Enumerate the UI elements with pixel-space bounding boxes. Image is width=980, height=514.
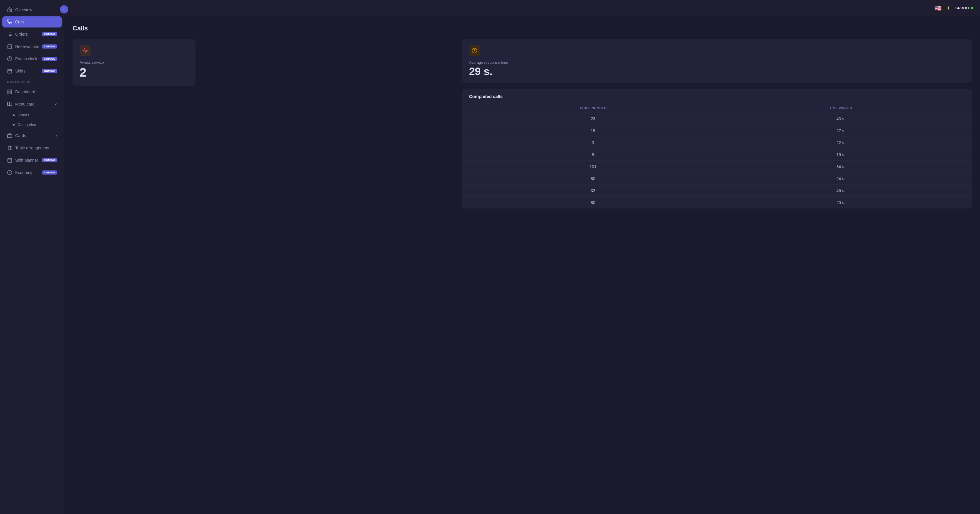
orders-coming-badge: COMING (42, 32, 57, 36)
timer-icon (472, 48, 477, 54)
sidebar-calls-label: Calls (15, 20, 24, 24)
avg-icon-wrapper (469, 45, 480, 56)
reservations-coming-badge: COMING (42, 44, 57, 49)
sidebar-item-economy[interactable]: Economy COMING (2, 167, 62, 178)
awaits-icon-wrapper (80, 45, 91, 56)
table-row: 3 22 s. (462, 137, 972, 149)
main-area: 🇺🇸 ☀ SPROD Calls Awaits service 2 (64, 0, 980, 514)
user-name: SPROD (955, 6, 969, 10)
table-row: 5 19 s. (462, 149, 972, 161)
svg-rect-15 (8, 90, 9, 91)
sidebar-cards-label: Cards (15, 133, 26, 138)
sidebar-shifts-label: Shifts (15, 69, 25, 73)
cell-time-waited: 34 s. (717, 164, 965, 169)
shifts-coming-badge: COMING (42, 69, 57, 73)
dishes-dot (13, 114, 14, 116)
economy-coming-badge: COMING (42, 170, 57, 175)
reservations-icon (7, 44, 12, 49)
svg-rect-25 (8, 159, 12, 163)
sidebar-reservations-label: Reservations (15, 44, 39, 49)
table-row: 32 45 s. (462, 185, 972, 197)
management-label: MANAGEMENT (0, 77, 64, 86)
cell-time-waited: 27 s. (717, 128, 965, 133)
sidebar-item-menu-card[interactable]: Menu card ∨ (2, 98, 62, 109)
menu-card-icon (7, 102, 12, 107)
punch-coming-badge: COMING (42, 57, 57, 61)
sidebar-punch-label: Punch clock (15, 56, 37, 61)
topbar: 🇺🇸 ☀ SPROD (64, 0, 980, 16)
dashboard-icon (7, 89, 12, 94)
economy-icon (7, 170, 12, 175)
table-arrangement-icon (7, 145, 12, 151)
cell-table-number: 3 (469, 140, 717, 145)
shift-planner-icon (7, 158, 12, 163)
sidebar-economy-label: Economy (15, 170, 32, 175)
user-badge: SPROD (955, 6, 973, 10)
awaits-service-card: Awaits service 2 (73, 39, 196, 86)
sidebar-item-dishes[interactable]: Dishes (2, 111, 62, 120)
completed-calls-card: Completed calls TABLE NUMBER TIME WAITED… (462, 89, 972, 208)
svg-rect-16 (10, 90, 12, 91)
sidebar-toggle[interactable]: ‹ (60, 5, 68, 13)
awaits-label: Awaits service (80, 60, 188, 65)
cards-chevron: › (56, 133, 57, 138)
page-title: Calls (73, 25, 972, 32)
flag-icon: 🇺🇸 (934, 6, 941, 11)
cell-table-number: 19 (469, 128, 717, 133)
sidebar-shift-planner-label: Shift planner (15, 158, 38, 163)
sidebar-item-orders[interactable]: Orders COMING (2, 29, 62, 40)
avg-response-card: Average response time 29 s. (462, 39, 972, 83)
table-row: 80 24 s. (462, 173, 972, 185)
page-content: Calls Awaits service 2 (64, 16, 980, 514)
calls-icon (7, 19, 12, 25)
sidebar-item-overview[interactable]: Overview (2, 4, 62, 15)
theme-toggle-icon[interactable]: ☀ (946, 5, 951, 11)
categories-label: Categories (18, 122, 36, 127)
shift-planner-coming-badge: COMING (42, 158, 57, 162)
sidebar-menu-card-label: Menu card (15, 102, 35, 106)
svg-rect-6 (8, 45, 12, 49)
sidebar-dashboard-label: Dashboard (15, 89, 35, 94)
table-row: 101 34 s. (462, 161, 972, 173)
completed-calls-title: Completed calls (462, 89, 972, 103)
sidebar-item-table-arrangement[interactable]: Table arrangement (2, 143, 62, 154)
cell-time-waited: 45 s. (717, 188, 965, 193)
sidebar-orders-label: Orders (15, 32, 28, 36)
dishes-label: Dishes (18, 113, 29, 117)
sidebar-item-cards[interactable]: Cards › (2, 130, 62, 141)
col-time-waited: TIME WAITED (717, 106, 965, 109)
categories-dot (13, 124, 14, 126)
cell-time-waited: 43 s. (717, 116, 965, 121)
sidebar-table-label: Table arrangement (15, 146, 49, 150)
sidebar-item-calls[interactable]: Calls (2, 16, 62, 27)
svg-rect-11 (8, 69, 12, 73)
sidebar-item-reservations[interactable]: Reservations COMING (2, 41, 62, 52)
svg-rect-19 (8, 135, 12, 138)
punch-clock-icon (7, 56, 12, 62)
cell-time-waited: 20 s. (717, 200, 965, 205)
home-icon (7, 7, 12, 12)
shifts-icon (7, 68, 12, 74)
sidebar-item-shift-planner[interactable]: Shift planner COMING (2, 155, 62, 166)
table-row: 80 20 s. (462, 197, 972, 208)
sidebar-item-dashboard[interactable]: Dashboard (2, 86, 62, 97)
table-row: 19 27 s. (462, 125, 972, 137)
svg-rect-17 (10, 92, 12, 94)
cell-time-waited: 22 s. (717, 140, 965, 145)
avg-value: 29 s. (469, 67, 965, 77)
table-row: 23 43 s. (462, 113, 972, 125)
pulse-icon (82, 48, 88, 54)
cell-table-number: 23 (469, 116, 717, 121)
cards-icon (7, 133, 12, 138)
cell-table-number: 5 (469, 152, 717, 157)
col-table-number: TABLE NUMBER (469, 106, 717, 109)
completed-calls-table-body: 23 43 s. 19 27 s. 3 22 s. 5 19 s. 101 34… (462, 113, 972, 208)
cell-time-waited: 19 s. (717, 152, 965, 157)
sidebar-item-punch-clock[interactable]: Punch clock COMING (2, 53, 62, 64)
right-panel: Average response time 29 s. Completed ca… (462, 39, 972, 208)
cell-table-number: 80 (469, 176, 717, 181)
sidebar-item-categories[interactable]: Categories (2, 120, 62, 129)
svg-rect-18 (8, 92, 9, 94)
sidebar-item-shifts[interactable]: Shifts COMING (2, 65, 62, 76)
cell-time-waited: 24 s. (717, 176, 965, 181)
